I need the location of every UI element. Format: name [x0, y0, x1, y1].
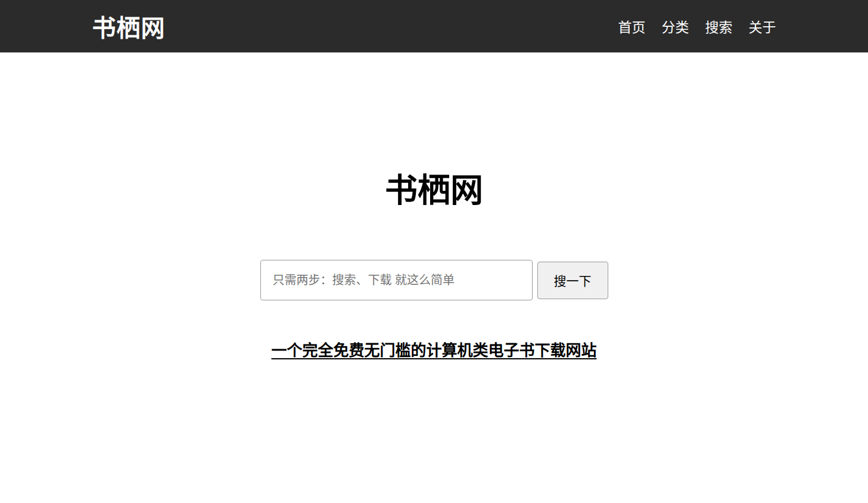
site-logo[interactable]: 书栖网: [92, 9, 166, 44]
header: 书栖网 首页 分类 搜索 关于: [0, 0, 868, 52]
nav-categories[interactable]: 分类: [662, 16, 689, 36]
nav-search[interactable]: 搜索: [705, 16, 733, 36]
page-title: 书栖网: [0, 52, 868, 209]
nav-home[interactable]: 首页: [618, 16, 646, 36]
header-container: 书栖网 首页 分类 搜索 关于: [92, 0, 776, 52]
main-content: 书栖网 搜一下 一个完全免费无门槛的计算机类电子书下载网站: [0, 52, 868, 360]
search-button[interactable]: 搜一下: [537, 262, 608, 299]
tagline: 一个完全免费无门槛的计算机类电子书下载网站: [0, 338, 868, 360]
nav-about[interactable]: 关于: [749, 16, 776, 36]
search-input[interactable]: [260, 260, 533, 300]
main-nav: 首页 分类 搜索 关于: [618, 16, 776, 36]
search-bar: 搜一下: [0, 260, 868, 300]
